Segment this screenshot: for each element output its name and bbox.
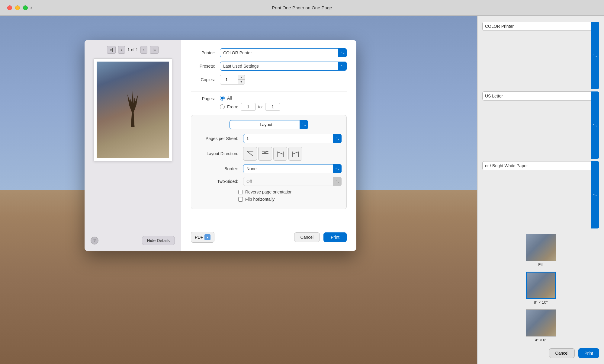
pdf-label: PDF [195, 235, 203, 240]
page-navigation: «| ‹ 1 of 1 › |» [107, 46, 159, 54]
dir-btn-n[interactable] [273, 147, 287, 161]
reverse-page-row: Reverse page orientation [238, 190, 342, 194]
dialog-footer: PDF ▼ Cancel Print [191, 228, 347, 243]
copies-stepper: ▲ ▼ [238, 75, 245, 85]
pages-row: Pages: All From: to: [191, 96, 347, 111]
preview-photo [97, 62, 169, 158]
print-preview [94, 59, 172, 161]
pages-from-input[interactable] [241, 103, 256, 111]
dialog-left-footer: ? Hide Details [91, 236, 175, 245]
back-button[interactable]: ‹ [30, 4, 32, 12]
pages-per-sheet-label: Pages per Sheet: [196, 136, 238, 141]
pages-to-input[interactable] [265, 103, 280, 111]
prev-page-button[interactable]: ‹ [118, 46, 125, 54]
close-button[interactable] [7, 5, 12, 10]
thumbnail-fill[interactable]: Fill [526, 234, 556, 267]
two-sided-label: Two-Sided: [196, 179, 238, 184]
copies-increment-button[interactable]: ▲ [238, 75, 245, 80]
print-button[interactable]: Print [323, 232, 347, 242]
flip-horizontal-label: Flip horizontally [245, 197, 275, 202]
bg-paper-select[interactable]: US Letter [482, 91, 599, 101]
next-page-button[interactable]: › [140, 46, 147, 54]
layout-dropdown-wrapper[interactable]: Layout [230, 120, 308, 129]
last-page-button[interactable]: |» [150, 46, 159, 54]
dialog-left-panel: «| ‹ 1 of 1 › |» ? Hide Details [85, 40, 181, 251]
reverse-page-label: Reverse page orientation [245, 190, 292, 194]
flip-horizontal-checkbox[interactable] [238, 197, 243, 202]
layout-section: Layout Pages per Sheet: 1 Layout Direc [191, 115, 347, 209]
pages-to-separator: to: [258, 104, 263, 109]
first-page-button[interactable]: «| [107, 46, 116, 54]
copies-input[interactable] [220, 75, 238, 85]
pages-per-sheet-row: Pages per Sheet: 1 [196, 134, 342, 143]
presets-row: Presets: Last Used Settings [191, 62, 347, 71]
divider-1 [191, 91, 347, 91]
pdf-button[interactable]: PDF ▼ [191, 232, 214, 243]
page-indicator: 1 of 1 [127, 47, 138, 52]
bg-cancel-button[interactable]: Cancel [549, 348, 575, 358]
pages-all-row: All [220, 96, 347, 101]
dir-btn-z[interactable] [243, 147, 257, 161]
print-dialog: «| ‹ 1 of 1 › |» ? Hide Details Printer: [85, 40, 356, 251]
pages-per-sheet-select[interactable]: 1 [243, 134, 342, 143]
copies-label: Copies: [191, 77, 215, 82]
bg-printer-select-wrapper[interactable]: COLOR Printer [482, 22, 599, 89]
reverse-page-checkbox[interactable] [238, 190, 243, 194]
dir-btn-s[interactable] [258, 147, 272, 161]
layout-section-select[interactable]: Layout [230, 120, 308, 129]
traffic-lights [7, 5, 28, 10]
window-title: Print One Photo on One Page [272, 5, 332, 10]
bg-paper-select-wrapper[interactable]: US Letter [482, 91, 599, 159]
zoom-button[interactable] [23, 5, 28, 10]
bg-printer-select[interactable]: COLOR Printer [482, 22, 599, 31]
bg-footer-buttons: Cancel Print [482, 345, 599, 358]
two-sided-select[interactable]: Off [243, 177, 342, 186]
dialog-right-panel: Printer: COLOR Printer Presets: Last Use… [181, 40, 356, 251]
minimize-button[interactable] [15, 5, 20, 10]
border-select-wrapper[interactable]: None [243, 164, 342, 173]
thumbnail-8x10-img [526, 272, 556, 299]
pages-range-row: From: to: [220, 103, 347, 111]
layout-dropdown-row: Layout [196, 120, 342, 129]
printer-select[interactable]: COLOR Printer [220, 48, 347, 57]
printer-row: Printer: COLOR Printer [191, 48, 347, 57]
layout-direction-label: Layout Direction: [196, 151, 238, 156]
thumbnail-fill-label: Fill [538, 262, 543, 267]
border-select[interactable]: None [243, 164, 342, 173]
copies-row: Copies: ▲ ▼ [191, 75, 347, 85]
copies-control: ▲ ▼ [220, 75, 245, 85]
thumbnail-4x6-img [526, 309, 556, 337]
help-button[interactable]: ? [91, 237, 98, 244]
thumbnail-4x6-label: 4" × 6" [535, 338, 547, 342]
pages-all-radio[interactable] [220, 96, 225, 101]
right-panel: COLOR Printer US Letter er / Bright Whit… [477, 16, 604, 364]
layout-direction-row: Layout Direction: [196, 147, 342, 161]
footer-right-buttons: Cancel Print [294, 232, 347, 242]
pages-per-sheet-wrapper[interactable]: 1 [243, 134, 342, 143]
printer-select-wrapper[interactable]: COLOR Printer [220, 48, 347, 57]
copies-decrement-button[interactable]: ▼ [238, 80, 245, 84]
bg-print-button[interactable]: Print [578, 348, 599, 358]
bg-media-select[interactable]: er / Bright White Paper [482, 161, 599, 170]
pages-group: All From: to: [220, 96, 347, 111]
presets-select[interactable]: Last Used Settings [220, 62, 347, 71]
two-sided-wrapper[interactable]: Off [243, 177, 342, 186]
thumbnail-8x10-label: 8" × 10" [534, 300, 548, 305]
layout-direction-buttons [243, 147, 302, 161]
two-sided-row: Two-Sided: Off [196, 177, 342, 186]
thumbnail-4x6[interactable]: 4" × 6" [526, 309, 556, 342]
pages-all-label: All [227, 96, 232, 101]
border-label: Border: [196, 166, 238, 171]
cancel-button[interactable]: Cancel [294, 232, 320, 242]
pages-range-radio[interactable] [220, 104, 225, 109]
thumbnail-8x10[interactable]: 8" × 10" [526, 272, 556, 305]
presets-select-wrapper[interactable]: Last Used Settings [220, 62, 347, 71]
printer-label: Printer: [191, 50, 215, 55]
presets-label: Presets: [191, 64, 215, 69]
thumbnails-list: Fill 8" × 10" 4" × 6" [482, 234, 599, 342]
dir-btn-back-n[interactable] [288, 147, 302, 161]
pages-from-label: From: [227, 104, 238, 109]
border-row: Border: None [196, 164, 342, 173]
bg-media-select-wrapper[interactable]: er / Bright White Paper [482, 161, 599, 228]
hide-details-button[interactable]: Hide Details [142, 236, 175, 245]
